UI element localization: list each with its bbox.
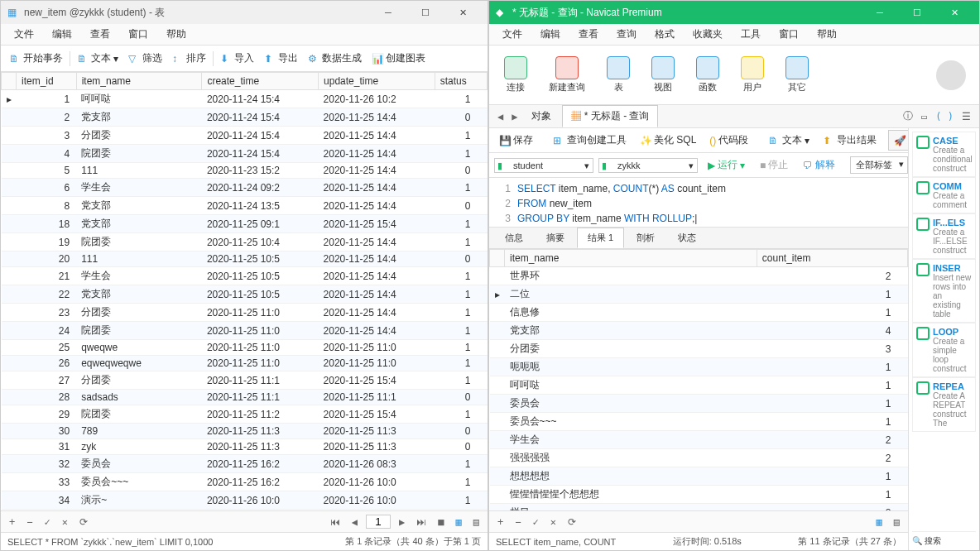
maximize-button[interactable]: ☐ <box>407 1 444 24</box>
back-button[interactable]: ◀ <box>494 109 507 124</box>
table-row[interactable]: 分团委3 <box>490 340 908 358</box>
snippet-item[interactable]: INSERInsert new rows into an existing ta… <box>912 259 976 323</box>
tags-select[interactable]: 全部标签▾ <box>850 156 908 174</box>
table-row[interactable]: 34演示~2020-11-26 10:02020-11-26 10:01 <box>2 491 488 510</box>
text-button[interactable]: 🗎文本▾ <box>72 49 123 68</box>
table-row[interactable]: 4院团委2020-11-24 15:42020-11-25 14:41 <box>2 145 488 163</box>
table-row[interactable]: 3分团委2020-11-24 15:42020-11-25 14:41 <box>2 127 488 145</box>
snippet-item[interactable]: CASECreate a conditional construct <box>912 132 976 177</box>
prev-page-button[interactable]: ◀ <box>348 515 361 529</box>
close-button[interactable]: ✕ <box>936 1 973 24</box>
stop-button[interactable]: ■ 停止 <box>755 156 793 175</box>
menu-view[interactable]: 查看 <box>570 25 607 44</box>
fwd-button[interactable]: ▶ <box>508 109 521 124</box>
menu-query[interactable]: 查询 <box>608 25 645 44</box>
menu-view[interactable]: 查看 <box>82 25 118 44</box>
search-label[interactable]: 搜索 <box>925 536 941 545</box>
datagen-button[interactable]: ⚙数据生成 <box>303 49 367 68</box>
menu-window[interactable]: 窗口 <box>120 25 156 44</box>
table-row[interactable]: ▸二位1 <box>490 285 908 304</box>
menu-help[interactable]: 帮助 <box>809 25 845 44</box>
snippet-item[interactable]: IF...ELSCreate a IF...ELSE construct <box>912 213 976 259</box>
snippet-item[interactable]: COMMCreate a comment <box>912 177 976 213</box>
table-row[interactable]: 22党支部2020-11-25 10:52020-11-25 14:41 <box>2 285 488 304</box>
table-row[interactable]: ▸1呵呵哒2020-11-24 15:42020-11-26 10:21 <box>2 90 488 108</box>
explain-button[interactable]: 🗩解释 <box>798 156 840 175</box>
stop-button[interactable]: ■ <box>435 515 447 529</box>
tab-query[interactable]: ▦ * 无标题 - 查询 <box>562 105 658 127</box>
table-row[interactable]: 23分团委2020-11-25 11:02020-11-25 14:41 <box>2 304 488 322</box>
table-row[interactable]: 29院团委2020-11-25 11:22020-11-25 15:41 <box>2 405 488 424</box>
sort-button[interactable]: ↕排序 <box>167 49 211 68</box>
col-header[interactable]: create_time <box>202 73 319 90</box>
menu-format[interactable]: 格式 <box>646 25 683 44</box>
table-row[interactable]: 24院团委2020-11-25 11:02020-11-25 14:41 <box>2 322 488 340</box>
conn-select[interactable]: ▮student▾ <box>494 158 593 173</box>
tab-status[interactable]: 状态 <box>667 228 707 248</box>
table-row[interactable]: 307892020-11-25 11:32020-11-25 11:30 <box>2 424 488 439</box>
del-row-button[interactable]: − <box>23 515 36 529</box>
menu-file[interactable]: 文件 <box>494 25 531 44</box>
snippet-button[interactable]: ()代码段 <box>704 131 753 150</box>
table-row[interactable]: 51112020-11-23 15:22020-11-25 14:40 <box>2 163 488 179</box>
title-bar[interactable]: ▦ new_item @zykkk (student) - 表 ─ ☐ ✕ <box>1 1 488 24</box>
grid-view-button[interactable]: ▦ <box>453 515 465 529</box>
ribbon-函数[interactable]: 函数 <box>688 55 728 95</box>
col-header[interactable]: item_name <box>76 73 202 90</box>
data-grid[interactable]: item_iditem_namecreate_timeupdate_timest… <box>1 72 488 510</box>
menu-edit[interactable]: 编辑 <box>532 25 569 44</box>
maximize-button[interactable]: ☐ <box>899 1 935 24</box>
ribbon-新建查询[interactable]: 新建查询 <box>540 55 593 95</box>
table-row[interactable]: 世界环2 <box>490 267 908 285</box>
table-row[interactable]: 27分团委2020-11-25 11:12020-11-25 15:41 <box>2 371 488 390</box>
chart-button[interactable]: 📊创建图表 <box>367 49 430 68</box>
ribbon-其它[interactable]: 其它 <box>777 55 817 95</box>
table-row[interactable]: 想想想想1 <box>490 467 908 486</box>
refresh-button[interactable]: ⟳ <box>564 515 579 529</box>
table-row[interactable]: 强强强强2 <box>490 449 908 467</box>
panel-icon[interactable]: ▭ <box>918 109 930 124</box>
commit-button[interactable]: ✓ <box>529 515 541 529</box>
table-row[interactable]: 6学生会2020-11-24 09:22020-11-25 14:41 <box>2 179 488 197</box>
snippet-item[interactable]: REPEACreate A REPEAT construct The <box>912 377 976 432</box>
refresh-button[interactable]: ⟳ <box>76 515 91 529</box>
last-page-button[interactable]: ⏭ <box>413 515 430 529</box>
title-bar[interactable]: ◆ * 无标题 - 查询 - Navicat Premium ─ ☐ ✕ <box>489 1 979 24</box>
menu-window[interactable]: 窗口 <box>771 25 807 44</box>
ribbon-视图[interactable]: 视图 <box>643 55 683 95</box>
ribbon-用户[interactable]: 用户 <box>733 55 772 95</box>
menu-file[interactable]: 文件 <box>6 25 42 44</box>
table-row[interactable]: 党支部4 <box>490 322 908 340</box>
tab-objects[interactable]: 对象 <box>522 105 560 127</box>
cancel-button[interactable]: ✕ <box>547 515 560 529</box>
import-button[interactable]: ⬇导入 <box>215 49 259 68</box>
table-row[interactable]: 21学生会2020-11-25 10:52020-11-25 14:41 <box>2 267 488 285</box>
table-row[interactable]: 学生会2 <box>490 431 908 449</box>
del-row-button[interactable]: − <box>512 515 524 529</box>
filter-button[interactable]: ▽筛选 <box>123 49 167 68</box>
col-header[interactable]: update_time <box>319 73 435 90</box>
result-grid[interactable]: item_namecount_item世界环2▸二位1信息修1党支部4分团委3呃… <box>489 249 908 510</box>
table-row[interactable]: 委员会~~~1 <box>490 413 908 431</box>
beautify-button[interactable]: ✨美化 SQL <box>635 131 701 150</box>
ribbon-表[interactable]: 表 <box>598 55 638 95</box>
first-page-button[interactable]: ⏮ <box>327 515 343 529</box>
avatar[interactable] <box>936 60 966 90</box>
table-row[interactable]: 呵呵哒1 <box>490 376 908 395</box>
text-button[interactable]: 🗎文本▾ <box>763 131 814 150</box>
code-icon[interactable]: ( ) <box>932 109 957 124</box>
run-button[interactable]: ▶ 运行▾ <box>703 156 750 175</box>
form-view-button[interactable]: ▤ <box>470 515 483 529</box>
col-header[interactable]: status <box>435 73 487 90</box>
menu-fav[interactable]: 收藏夹 <box>685 25 731 44</box>
table-row[interactable]: 8党支部2020-11-24 13:52020-11-25 14:40 <box>2 197 488 215</box>
add-row-button[interactable]: + <box>6 515 18 529</box>
form-view-button[interactable]: ▤ <box>891 515 903 529</box>
info-icon[interactable]: ⓘ <box>900 108 916 125</box>
table-row[interactable]: 栏目2 <box>490 504 908 511</box>
table-row[interactable]: 28sadsads2020-11-25 11:12020-11-25 11:10 <box>2 390 488 405</box>
col-header[interactable]: item_name <box>505 250 757 267</box>
table-row[interactable]: 26eqweqweqwe2020-11-25 11:02020-11-25 11… <box>2 356 488 371</box>
table-row[interactable]: 201112020-11-25 10:52020-11-25 14:40 <box>2 252 488 267</box>
table-row[interactable]: 惺惺惜惺惺个想想想1 <box>490 486 908 504</box>
